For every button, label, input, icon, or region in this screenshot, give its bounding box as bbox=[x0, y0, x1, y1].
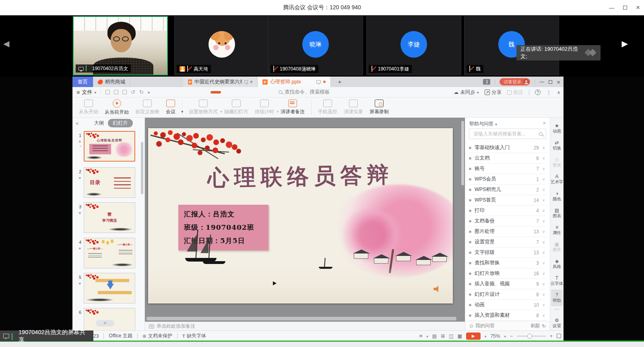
reading-view-icon[interactable] bbox=[449, 333, 453, 339]
help-topic-row[interactable]: WPS首页 14 bbox=[469, 195, 546, 206]
help-topic-row[interactable]: 幻灯片放映 16 bbox=[469, 268, 546, 279]
minimize-icon[interactable] bbox=[609, 4, 614, 11]
tab-outline[interactable]: 大纲 bbox=[94, 120, 104, 127]
command-search[interactable]: 查找命令、搜索模板 bbox=[279, 89, 330, 96]
chevron-down-icon[interactable] bbox=[148, 89, 150, 95]
comment-button[interactable]: 批注 bbox=[507, 89, 523, 96]
tab-slides-active[interactable]: 幻灯片 bbox=[108, 119, 133, 127]
zoom-out-button[interactable]: − bbox=[510, 333, 513, 339]
normal-view-icon[interactable] bbox=[432, 333, 437, 339]
slide-thumbnail-5[interactable] bbox=[84, 273, 135, 303]
vertical-scrollbar[interactable] bbox=[461, 121, 464, 185]
zoom-level[interactable]: 75% bbox=[490, 333, 500, 339]
help-topic-row[interactable]: 图片处理 13 bbox=[469, 226, 546, 237]
maximize-icon[interactable] bbox=[623, 6, 627, 10]
slide-sorter-icon[interactable] bbox=[441, 333, 445, 339]
ribbon-tab[interactable] bbox=[160, 91, 167, 94]
rail-tool-button[interactable]: 图表 bbox=[550, 205, 564, 222]
new-tab-button[interactable] bbox=[336, 78, 343, 85]
ribbon-tab[interactable] bbox=[244, 91, 251, 94]
ribbon-button[interactable]: 排练计时 bbox=[252, 100, 277, 115]
collapse-ribbon-icon[interactable] bbox=[557, 89, 560, 95]
play-slideshow-button[interactable] bbox=[466, 332, 481, 340]
rail-tool-button[interactable]: 帮助 bbox=[551, 289, 563, 306]
ribbon-tab[interactable] bbox=[211, 91, 221, 94]
help-topic-row[interactable]: 零基础快速入门 29 bbox=[469, 143, 546, 153]
ribbon-button[interactable]: 屏幕录制 bbox=[366, 100, 392, 115]
preview-icon[interactable] bbox=[122, 90, 127, 94]
undo-icon[interactable] bbox=[131, 89, 135, 95]
add-slide-button[interactable] bbox=[96, 320, 114, 326]
help-topic-row[interactable]: 动画 10 bbox=[469, 300, 546, 310]
ribbon-tab[interactable] bbox=[180, 91, 188, 94]
fullscreen-icon[interactable] bbox=[557, 334, 561, 338]
grid-view-icon[interactable] bbox=[458, 333, 462, 339]
horizontal-scrollbar[interactable] bbox=[147, 317, 456, 320]
ribbon-button[interactable]: 演讲实录 bbox=[341, 100, 366, 115]
tab-dot-icon[interactable] bbox=[250, 81, 252, 83]
help-panel-title[interactable]: 帮助与问答 bbox=[469, 121, 497, 127]
help-close-icon[interactable] bbox=[543, 120, 546, 126]
settings-button[interactable]: 设置 bbox=[550, 318, 564, 329]
help-topic-row[interactable]: 打印 4 bbox=[469, 206, 546, 216]
slide-thumbnail-4[interactable]: —!一棵小草— —!一棵小草— bbox=[84, 238, 135, 268]
more-icon[interactable] bbox=[550, 306, 564, 312]
ribbon-button[interactable]: 会议 bbox=[163, 100, 182, 115]
rail-tool-button[interactable]: 属性 bbox=[550, 222, 564, 239]
slide-thumbnail-1-selected[interactable]: 心理联络员答辩 bbox=[84, 131, 135, 162]
ribbon-tab[interactable] bbox=[170, 91, 178, 94]
tab-docer-store[interactable]: 稻壳商城 bbox=[93, 77, 130, 87]
current-slide[interactable]: 心理联络员答辩 汇报人：吕浩文 班级：19070402班 汇报日期：5月5日 bbox=[148, 128, 453, 303]
tab-document-2-active[interactable]: 心理答辩.pptx bbox=[258, 77, 331, 87]
help-topic-row[interactable]: 云文档 6 bbox=[469, 153, 546, 164]
ribbon-button[interactable]: 设置放映方式 bbox=[186, 100, 221, 115]
slide-thumbnail-2[interactable]: 目录 bbox=[84, 167, 135, 198]
ribbon-button[interactable]: 自定义放映 bbox=[132, 100, 163, 115]
rail-tool-button[interactable]: 切换 bbox=[550, 137, 564, 154]
more-menu-icon[interactable] bbox=[546, 89, 551, 96]
rail-tool-button[interactable]: 风格 bbox=[550, 256, 564, 272]
save-icon[interactable] bbox=[105, 90, 110, 94]
slide-canvas[interactable]: 心理联络员答辩 汇报人：吕浩文 班级：19070402班 汇报日期：5月5日 bbox=[145, 118, 465, 330]
help-icon[interactable] bbox=[535, 89, 541, 95]
chevron-down-icon[interactable] bbox=[485, 333, 487, 339]
prev-page-arrow-icon[interactable] bbox=[3, 39, 9, 48]
file-menu[interactable]: 文件 bbox=[72, 89, 100, 96]
thumbnail-scrollbar[interactable] bbox=[141, 142, 143, 194]
help-search-box[interactable] bbox=[469, 129, 546, 139]
help-topic-row[interactable]: 设置背景 7 bbox=[469, 237, 546, 247]
print-icon[interactable] bbox=[114, 90, 118, 94]
redo-icon[interactable] bbox=[139, 89, 144, 95]
help-topic-row[interactable]: 插入音频、视频 9 bbox=[469, 279, 546, 289]
collapse-panel-icon[interactable] bbox=[76, 120, 78, 126]
ribbon-tab[interactable] bbox=[264, 91, 271, 94]
slide-thumbnail-6[interactable] bbox=[84, 308, 135, 330]
guest-login-button[interactable]: 访客登录 bbox=[500, 78, 530, 85]
notes-toggle-icon[interactable] bbox=[419, 333, 423, 339]
rail-tool-button[interactable]: 艺术字 bbox=[550, 171, 564, 188]
wps-close-icon[interactable] bbox=[557, 79, 560, 85]
help-topic-row[interactable]: WPS稻壳儿 2 bbox=[469, 185, 546, 195]
wps-restore-icon[interactable] bbox=[549, 80, 552, 84]
ribbon-button[interactable]: 手机遥控 bbox=[315, 100, 341, 115]
tab-home[interactable]: 首页 bbox=[72, 77, 93, 87]
help-topic-row[interactable]: 账号 7 bbox=[469, 164, 546, 174]
ribbon-button[interactable]: 从头开始 bbox=[76, 100, 101, 115]
help-topic-row[interactable]: 文字排版 13 bbox=[469, 247, 546, 258]
help-topic-row[interactable]: 文档备份 7 bbox=[469, 216, 546, 226]
tab-document-1[interactable]: 中国近代史纲要第六章.pptx bbox=[183, 77, 258, 87]
rail-tool-button[interactable]: 图库 bbox=[550, 239, 564, 256]
rail-tool-button[interactable]: 颜色 bbox=[550, 188, 564, 205]
notification-badge[interactable]: 3 bbox=[483, 79, 490, 85]
chevron-down-icon[interactable] bbox=[504, 333, 506, 339]
help-topic-row[interactable]: 插入资源和素材 8 bbox=[469, 310, 546, 321]
unsaved-dot-icon[interactable] bbox=[323, 81, 326, 83]
zoom-in-button[interactable]: + bbox=[550, 333, 553, 339]
ribbon-tab[interactable] bbox=[234, 91, 241, 94]
rail-tool-button[interactable]: 形状 bbox=[550, 154, 564, 171]
missing-font-status[interactable]: 缺失字体 bbox=[182, 332, 206, 339]
video-tile[interactable]: 晓琳 19070408蒲晓琳 bbox=[268, 16, 363, 75]
ribbon-tab[interactable] bbox=[200, 91, 208, 94]
rail-tool-button[interactable]: 云字体 bbox=[550, 272, 564, 289]
rail-tool-button[interactable]: 动画 bbox=[550, 120, 564, 137]
